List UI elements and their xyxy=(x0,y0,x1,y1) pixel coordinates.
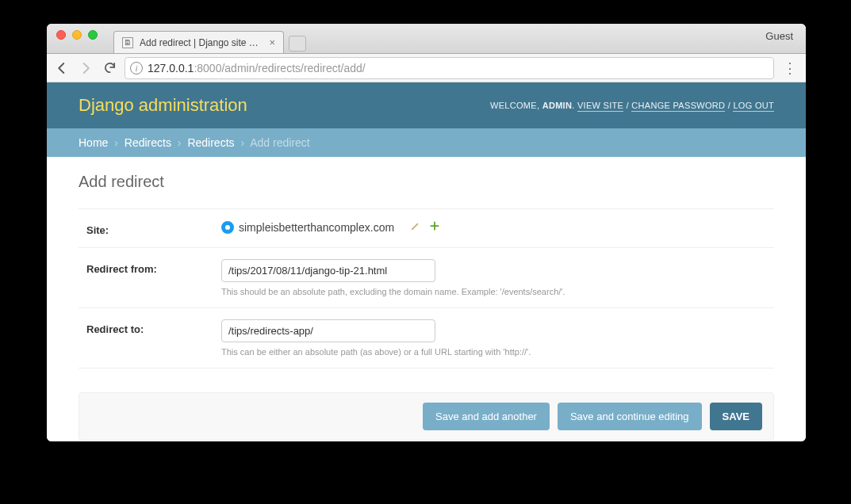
site-radio-group[interactable]: simpleisbetterthancomplex.com xyxy=(221,220,766,234)
admin-header: Django administration WELCOME, ADMIN. VI… xyxy=(47,82,806,128)
breadcrumb-home[interactable]: Home xyxy=(79,136,108,149)
window-close-button[interactable] xyxy=(56,30,66,40)
redirect-from-label: Redirect from: xyxy=(86,259,221,275)
user-tools: WELCOME, ADMIN. VIEW SITE / CHANGE PASSW… xyxy=(490,101,774,110)
browser-menu-button[interactable]: ⋮ xyxy=(780,59,799,78)
browser-window: 🗎 Add redirect | Django site admi × Gues… xyxy=(47,24,806,441)
redirect-to-help: This can be either an absolute path (as … xyxy=(221,347,766,357)
content: Add redirect Site: simpleisbetterthancom… xyxy=(47,157,806,441)
view-site-link[interactable]: VIEW SITE xyxy=(577,101,623,112)
redirect-to-label: Redirect to: xyxy=(86,319,221,335)
breadcrumb: Home › Redirects › Redirects › Add redir… xyxy=(47,128,806,157)
breadcrumb-current: Add redirect xyxy=(250,136,309,149)
site-title: Django administration xyxy=(79,95,247,116)
titlebar: 🗎 Add redirect | Django site admi × Gues… xyxy=(47,24,806,54)
browser-toolbar: i 127.0.0.1:8000/admin/redirects/redirec… xyxy=(47,54,806,82)
username: ADMIN xyxy=(542,101,573,110)
redirect-from-input[interactable] xyxy=(221,259,435,282)
submit-row: Save and add another Save and continue e… xyxy=(79,392,774,441)
save-add-another-button[interactable]: Save and add another xyxy=(423,403,550,430)
window-maximize-button[interactable] xyxy=(88,30,98,40)
breadcrumb-redirects-app[interactable]: Redirects xyxy=(125,136,171,149)
log-out-link[interactable]: LOG OUT xyxy=(733,101,774,112)
back-button[interactable] xyxy=(53,59,71,77)
window-minimize-button[interactable] xyxy=(72,30,82,40)
url-path: :8000/admin/redirects/redirect/add/ xyxy=(194,62,365,74)
redirect-from-help: This should be an absolute path, excludi… xyxy=(221,287,766,296)
page-content: Django administration WELCOME, ADMIN. VI… xyxy=(47,82,806,441)
field-redirect-to: Redirect to: This can be either an absol… xyxy=(79,308,774,368)
breadcrumb-redirects-model[interactable]: Redirects xyxy=(187,136,234,149)
field-redirect-from: Redirect from: This should be an absolut… xyxy=(79,248,774,308)
address-bar[interactable]: i 127.0.0.1:8000/admin/redirects/redirec… xyxy=(125,57,774,79)
traffic-lights xyxy=(56,24,98,53)
site-info-icon[interactable]: i xyxy=(130,62,143,74)
url-host: 127.0.0.1 xyxy=(148,62,194,74)
change-password-link[interactable]: CHANGE PASSWORD xyxy=(631,101,725,112)
redirect-to-input[interactable] xyxy=(221,319,435,342)
edit-site-icon[interactable] xyxy=(410,220,421,234)
save-button[interactable]: SAVE xyxy=(710,403,762,430)
guest-profile-label[interactable]: Guest xyxy=(765,30,796,47)
add-site-icon[interactable] xyxy=(429,220,440,234)
new-tab-button[interactable] xyxy=(289,36,306,52)
forward-button[interactable] xyxy=(77,59,94,77)
welcome-label: WELCOME, xyxy=(490,101,542,110)
reload-button[interactable] xyxy=(101,59,118,77)
browser-tab[interactable]: 🗎 Add redirect | Django site admi × xyxy=(113,31,284,53)
tab-close-icon[interactable]: × xyxy=(269,36,275,48)
field-site: Site: simpleisbetterthancomplex.com xyxy=(79,208,774,248)
page-title: Add redirect xyxy=(79,173,774,191)
radio-selected-icon[interactable] xyxy=(221,221,234,234)
page-favicon-icon: 🗎 xyxy=(122,37,133,48)
tab-title: Add redirect | Django site admi xyxy=(140,37,263,48)
site-label: Site: xyxy=(86,220,221,236)
save-continue-button[interactable]: Save and continue editing xyxy=(558,403,702,430)
site-value: simpleisbetterthancomplex.com xyxy=(239,221,394,234)
